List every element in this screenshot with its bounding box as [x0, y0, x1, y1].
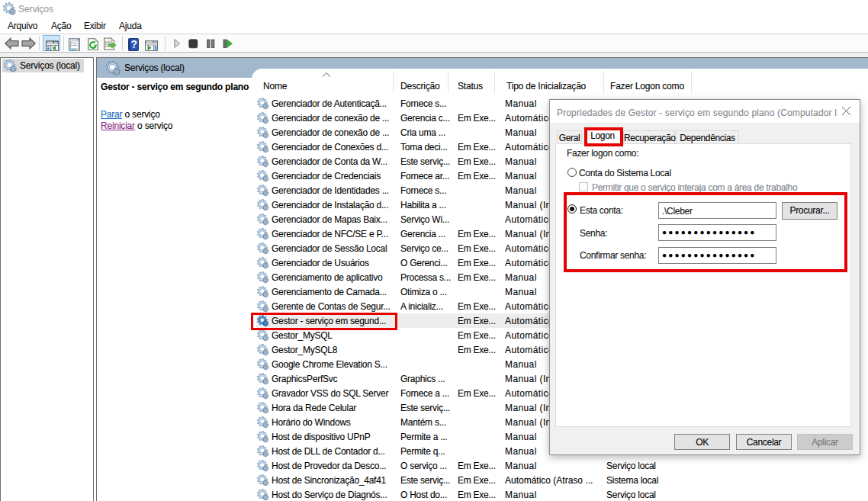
- svg-text:?: ?: [130, 38, 137, 50]
